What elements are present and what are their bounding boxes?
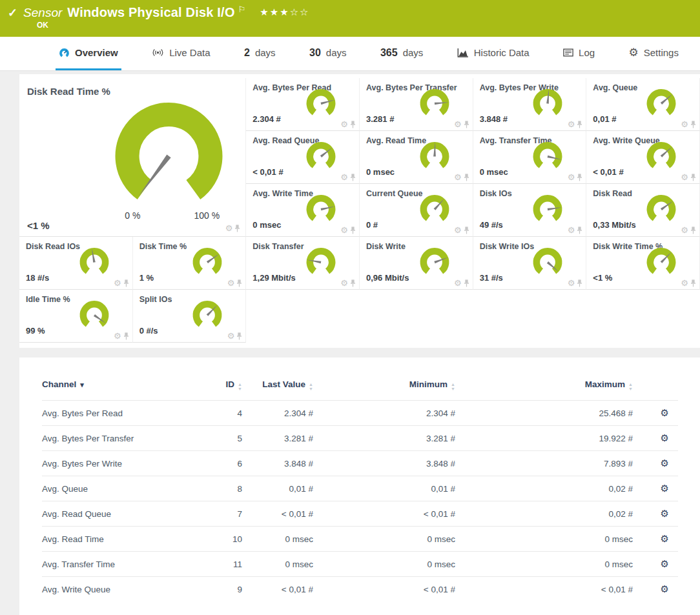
gear-icon[interactable]: ⚙	[454, 279, 462, 287]
tab-settings[interactable]: ⚙ Settings	[626, 37, 682, 70]
star-empty-icon[interactable]: ☆	[290, 6, 300, 17]
pin-icon[interactable]	[464, 121, 469, 128]
gear-icon[interactable]: ⚙	[568, 279, 575, 287]
pin-icon[interactable]	[464, 279, 469, 287]
gear-icon[interactable]: ⚙	[681, 226, 688, 234]
tab-log[interactable]: Log	[560, 37, 598, 70]
main-gauge-cell[interactable]: Disk Read Time % 0 % 100 % <1 % ⚙	[19, 78, 246, 237]
gauge-cell[interactable]: Disk Write Time % <1 % ⚙	[586, 237, 700, 290]
star-filled-icon[interactable]: ★	[270, 6, 280, 17]
channel-id-cell: 11	[194, 552, 242, 577]
pin-icon[interactable]	[236, 279, 242, 287]
channel-settings-icon[interactable]: ⚙	[661, 508, 669, 519]
pin-icon[interactable]	[123, 332, 129, 340]
pin-icon[interactable]	[577, 121, 582, 128]
gear-icon[interactable]: ⚙	[114, 279, 121, 287]
pin-icon[interactable]	[234, 225, 240, 232]
gear-icon[interactable]: ⚙	[227, 279, 235, 287]
channel-settings-icon[interactable]: ⚙	[661, 432, 669, 443]
gauge-cell[interactable]: Avg. Transfer Time 0 msec ⚙	[473, 131, 587, 184]
channel-settings-icon[interactable]: ⚙	[661, 558, 669, 569]
gauge-cell[interactable]: Disk Time % 1 % ⚙	[133, 237, 247, 290]
pin-icon[interactable]	[690, 227, 696, 234]
pin-icon[interactable]	[350, 121, 356, 128]
pin-icon[interactable]	[690, 174, 696, 181]
gauge-cell[interactable]: Avg. Bytes Per Read 2.304 # ⚙	[246, 78, 360, 131]
gauge-cell[interactable]: Disk Read IOs 18 #/s ⚙	[19, 237, 133, 290]
tab-days[interactable]: 30 days	[306, 37, 349, 70]
pin-icon[interactable]	[236, 332, 242, 340]
column-header-channel[interactable]: Channel▾	[42, 376, 194, 401]
broadcast-icon	[152, 48, 164, 57]
gear-icon[interactable]: ⚙	[681, 173, 688, 181]
gear-icon[interactable]: ⚙	[568, 226, 575, 234]
tab-live-data[interactable]: Live Data	[149, 37, 213, 70]
column-header-minimum[interactable]: Minimum▲▼	[313, 376, 455, 401]
gauge-cell[interactable]: Avg. Write Time 0 msec ⚙	[246, 184, 360, 237]
sort-icon[interactable]: ▲▼	[238, 382, 242, 391]
gear-icon[interactable]: ⚙	[681, 279, 688, 287]
gear-icon[interactable]: ⚙	[340, 226, 348, 234]
tab-label: days	[326, 47, 347, 58]
pin-icon[interactable]	[690, 279, 696, 287]
pin-icon[interactable]	[123, 279, 129, 287]
star-rating[interactable]: ★★★☆☆	[260, 6, 309, 18]
minimum-cell: 3.848 #	[313, 451, 455, 476]
gauge-cell[interactable]: Idle Time % 99 % ⚙	[19, 290, 133, 343]
gear-icon[interactable]: ⚙	[454, 226, 462, 234]
pin-icon[interactable]	[350, 227, 356, 234]
channel-settings-icon[interactable]: ⚙	[661, 483, 669, 494]
gauge-cell[interactable]: Split IOs 0 #/s ⚙	[133, 290, 247, 343]
tab-overview[interactable]: Overview	[56, 37, 121, 70]
pin-icon[interactable]	[350, 174, 356, 181]
star-filled-icon[interactable]: ★	[260, 6, 269, 17]
gear-icon[interactable]: ⚙	[568, 173, 575, 181]
gauge-cell[interactable]: Avg. Write Queue < 0,01 # ⚙	[586, 131, 700, 184]
gear-icon[interactable]: ⚙	[340, 173, 348, 181]
gear-icon[interactable]: ⚙	[227, 332, 235, 340]
gauge-cell[interactable]: Avg. Bytes Per Write 3.848 # ⚙	[473, 78, 587, 131]
gauge-cell[interactable]: Avg. Read Queue < 0,01 # ⚙	[246, 131, 360, 184]
pin-icon[interactable]	[350, 279, 356, 287]
gear-icon[interactable]: ⚙	[681, 120, 688, 128]
channel-settings-icon[interactable]: ⚙	[661, 407, 669, 418]
flag-icon[interactable]: ⚐	[238, 5, 246, 14]
tab-days[interactable]: 2 days	[241, 37, 279, 70]
gauge-cell[interactable]: Disk Write 0,96 Mbit/s ⚙	[360, 237, 473, 290]
gear-icon[interactable]: ⚙	[114, 332, 121, 340]
gauge-cell[interactable]: Disk Write IOs 31 #/s ⚙	[473, 237, 587, 290]
pin-icon[interactable]	[577, 279, 582, 287]
gear-icon[interactable]: ⚙	[340, 120, 348, 128]
pin-icon[interactable]	[577, 227, 582, 234]
pin-icon[interactable]	[464, 174, 469, 181]
gear-icon[interactable]: ⚙	[225, 224, 233, 232]
gauge-cell[interactable]: Disk Transfer 1,29 Mbit/s ⚙	[246, 237, 360, 290]
gauge-cell[interactable]: Avg. Queue 0,01 # ⚙	[586, 78, 700, 131]
gauge-cell[interactable]: Avg. Bytes Per Transfer 3.281 # ⚙	[360, 78, 473, 131]
pin-icon[interactable]	[577, 174, 582, 181]
sort-icon[interactable]: ▲▼	[628, 382, 633, 391]
gear-icon[interactable]: ⚙	[340, 279, 348, 287]
tab-historic-data[interactable]: Historic Data	[454, 37, 533, 70]
sort-icon[interactable]: ▲▼	[309, 382, 313, 391]
gear-icon[interactable]: ⚙	[454, 173, 462, 181]
column-header-last-value[interactable]: Last Value▲▼	[242, 376, 313, 401]
pin-icon[interactable]	[464, 227, 469, 234]
column-header-maximum[interactable]: Maximum▲▼	[455, 376, 633, 401]
sort-desc-icon[interactable]: ▾	[80, 381, 84, 388]
star-filled-icon[interactable]: ★	[280, 6, 289, 17]
channel-settings-icon[interactable]: ⚙	[661, 583, 669, 594]
gauge-cell[interactable]: Disk Read 0,33 Mbit/s ⚙	[586, 184, 700, 237]
gauge-cell[interactable]: Current Queue 0 # ⚙	[360, 184, 473, 237]
channel-settings-icon[interactable]: ⚙	[661, 533, 669, 544]
gauge-cell[interactable]: Disk IOs 49 #/s ⚙	[473, 184, 587, 237]
star-empty-icon[interactable]: ☆	[300, 6, 309, 17]
gear-icon[interactable]: ⚙	[454, 120, 462, 128]
column-header-id[interactable]: ID▲▼	[194, 376, 242, 401]
tab-days[interactable]: 365 days	[377, 37, 426, 70]
gauge-cell[interactable]: Avg. Read Time 0 msec ⚙	[360, 131, 473, 184]
channel-settings-icon[interactable]: ⚙	[661, 458, 669, 469]
gear-icon[interactable]: ⚙	[568, 120, 575, 128]
pin-icon[interactable]	[690, 121, 696, 128]
sort-icon[interactable]: ▲▼	[451, 382, 455, 391]
